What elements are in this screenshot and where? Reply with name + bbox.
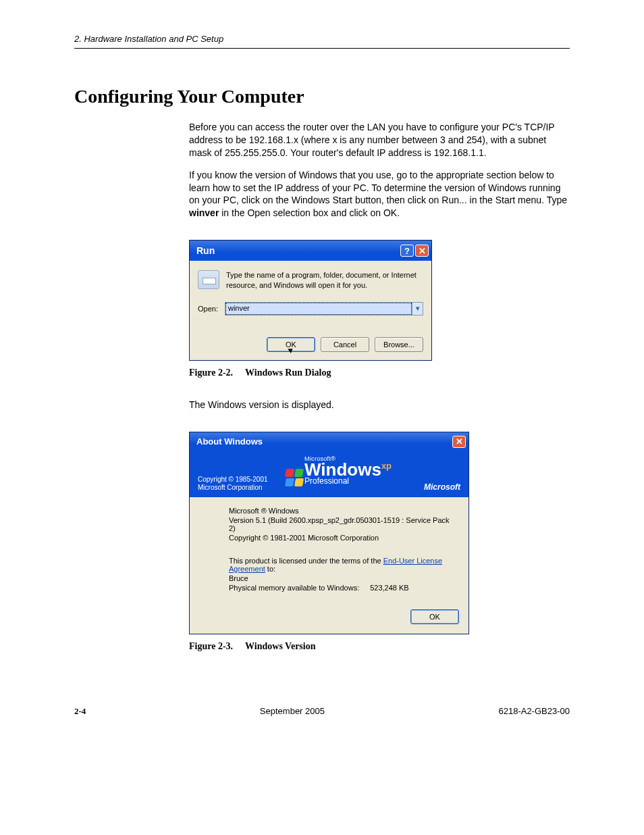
ok-button[interactable]: OK <box>410 609 459 624</box>
paragraph-2: If you know the version of Windows that … <box>189 169 570 220</box>
chevron-down-icon[interactable]: ▾ <box>412 303 423 315</box>
memory-value: 523,248 KB <box>370 584 409 592</box>
banner-copyright-2: Microsoft Corporation <box>198 484 268 492</box>
run-title: Run <box>196 245 399 256</box>
memory-label: Physical memory available to Windows: <box>229 584 359 592</box>
about-title: About Windows <box>196 436 451 447</box>
help-button[interactable]: ? <box>400 245 414 257</box>
open-combobox[interactable]: winver ▾ <box>225 302 423 315</box>
ok-button[interactable]: OK <box>267 337 315 352</box>
about-titlebar[interactable]: About Windows ✕ <box>190 432 468 451</box>
document-number: 6218-A2-GB23-00 <box>498 706 570 717</box>
licensed-user: Bruce <box>229 574 458 582</box>
windows-logo: Microsoft® Windowsxp Professional <box>304 455 392 486</box>
running-header: 2. Hardware Installation and PC Setup <box>74 34 570 49</box>
paragraph-1: Before you can access the router over th… <box>189 121 570 159</box>
about-windows-dialog: About Windows ✕ Copyright © 1985-2001 Mi… <box>189 432 469 634</box>
open-label: Open: <box>198 305 218 313</box>
run-titlebar[interactable]: Run ? ✕ <box>190 241 431 261</box>
figure-2-3-caption: Figure 2-3.Windows Version <box>189 641 570 652</box>
memory-row: Physical memory available to Windows:523… <box>229 584 458 592</box>
page-number: 2-4 <box>74 706 86 717</box>
run-description: Type the name of a program, folder, docu… <box>226 270 423 290</box>
paragraph-3: The Windows version is displayed. <box>189 399 570 411</box>
run-dialog: Run ? ✕ Type the name of a program, fold… <box>189 240 432 361</box>
about-banner: Copyright © 1985-2001 Microsoft Corporat… <box>190 451 468 497</box>
close-button[interactable]: ✕ <box>415 245 429 257</box>
microsoft-brand: Microsoft <box>424 482 460 492</box>
browse-button[interactable]: Browse... <box>375 337 423 352</box>
about-license-text: This product is licensed under the terms… <box>229 557 458 573</box>
banner-copyright-1: Copyright © 1985-2001 <box>198 476 268 484</box>
open-value[interactable]: winver <box>225 303 412 315</box>
cancel-button[interactable]: Cancel <box>321 337 369 352</box>
close-button[interactable]: ✕ <box>452 436 466 448</box>
footer-date: September 2005 <box>260 706 325 717</box>
winver-keyword: winver <box>189 207 219 218</box>
windows-flag-icon <box>286 469 306 489</box>
about-line-product: Microsoft ® Windows <box>229 507 458 515</box>
figure-2-2-caption: Figure 2-2.Windows Run Dialog <box>189 368 570 378</box>
section-title: Configuring Your Computer <box>74 86 570 107</box>
about-line-copyright: Copyright © 1981-2001 Microsoft Corporat… <box>229 534 458 542</box>
run-icon <box>198 270 219 289</box>
about-line-version: Version 5.1 (Build 2600.xpsp_sp2_gdr.050… <box>229 516 458 532</box>
page-footer: 2-4 September 2005 6218-A2-GB23-00 <box>74 706 570 717</box>
